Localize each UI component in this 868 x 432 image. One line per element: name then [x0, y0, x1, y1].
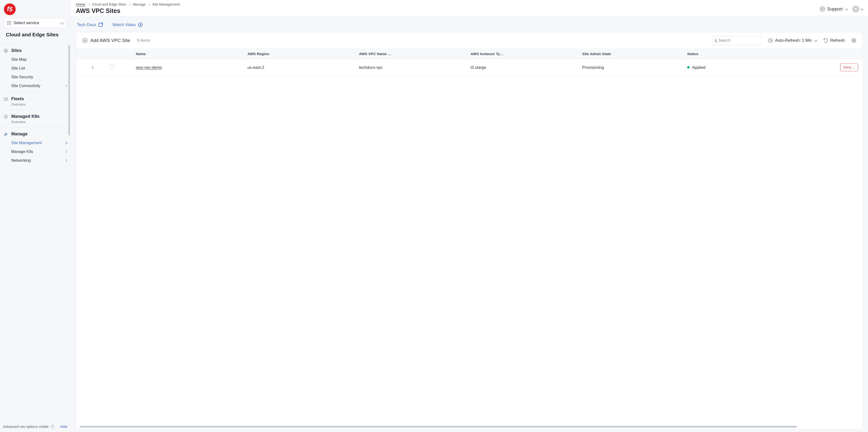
search-icon [715, 39, 716, 42]
cell-instance: t3.xlarge [469, 59, 580, 76]
nav-item-label: Site List [11, 66, 25, 70]
support-label: Support [827, 7, 843, 12]
panel-toolbar: Add AWS VPC Site 5 items Auto-Refresh: 1… [76, 32, 862, 48]
col-admin-state[interactable]: Site Admin State [580, 49, 685, 59]
scrollbar-thumb[interactable] [68, 45, 70, 135]
cell-admin-state: Provisioning [580, 59, 685, 76]
nav-item-networking[interactable]: Networking [0, 156, 70, 165]
chevron-down-icon [60, 21, 64, 25]
col-instance-type[interactable]: AWS Instance Ty… [469, 49, 580, 59]
page-title: AWS VPC Sites [76, 6, 820, 14]
nav-subtitle: Overview [0, 120, 70, 125]
breadcrumb-wrap: Home Cloud and Edge Sites Manage Site Ma… [76, 2, 820, 14]
hide-link[interactable]: Hide [60, 425, 67, 429]
col-vpc-name[interactable]: AWS VPC Name … [357, 49, 469, 59]
user-menu[interactable] [852, 6, 863, 12]
auto-refresh-label: Auto-Refresh: 1 Min [775, 38, 812, 43]
svg-rect-2 [6, 98, 8, 99]
search-input[interactable] [718, 38, 767, 43]
col-name[interactable]: Name [134, 49, 246, 59]
f5-logo-icon: f5 [4, 3, 16, 15]
play-icon [138, 23, 143, 27]
breadcrumb-item[interactable]: Cloud and Edge Sites [92, 2, 126, 6]
item-count: 5 items [137, 38, 150, 43]
main: Home Cloud and Edge Sites Manage Site Ma… [70, 0, 868, 432]
refresh-button[interactable]: Refresh [823, 38, 845, 43]
svg-rect-4 [6, 99, 8, 100]
col-status[interactable]: Status [685, 49, 790, 59]
nav-group-manage: Manage Site Management Manage K8s Networ… [0, 128, 70, 167]
service-selector[interactable]: Select service [4, 18, 66, 28]
nav-item-site-list[interactable]: Site List [0, 64, 70, 73]
refresh-icon [823, 38, 828, 43]
search-box[interactable] [713, 36, 761, 45]
breadcrumb-item[interactable]: Site Management [152, 2, 180, 6]
status-cell: Applied [687, 65, 788, 70]
table-header-row: Name AWS Region AWS VPC Name … AWS Insta… [76, 49, 862, 59]
sidebar-section-title: Cloud and Edge Sites [4, 28, 66, 41]
info-icon[interactable]: ? [51, 425, 54, 429]
cell-region: us-east-2 [246, 59, 357, 76]
chevron-right-icon [128, 3, 131, 6]
support-icon [820, 7, 825, 11]
sites-table: Name AWS Region AWS VPC Name … AWS Insta… [76, 48, 862, 76]
cell-vpc: techdocs-vpc [357, 59, 469, 76]
nav-group-sites: Sites Site Map Site List Site Security S… [0, 44, 70, 93]
nav-heading-label: Manage [11, 131, 28, 137]
chevron-down-icon [814, 38, 817, 42]
svg-marker-5 [4, 114, 7, 118]
nav-item-site-security[interactable]: Site Security [0, 73, 70, 81]
nav-item-site-connectivity[interactable]: Site Connectivity [0, 81, 70, 90]
breadcrumb: Home Cloud and Edge Sites Manage Site Ma… [76, 2, 820, 6]
kubernetes-icon [3, 114, 8, 119]
breadcrumb-item[interactable]: Manage [133, 2, 146, 6]
avatar-icon [852, 6, 859, 12]
row-checkbox[interactable] [110, 65, 114, 69]
col-region[interactable]: AWS Region [246, 49, 357, 59]
nav-heading-label: Sites [11, 48, 22, 53]
nav-heading-label: Managed K8s [11, 114, 39, 119]
nav-item-label: Site Management [11, 141, 42, 145]
sidebar: f5 Select service Cloud and Edge Sites S… [0, 0, 70, 432]
auto-refresh-dropdown[interactable]: Auto-Refresh: 1 Min [768, 38, 816, 43]
support-menu[interactable]: Support [820, 7, 847, 12]
nav-item-manage-k8s[interactable]: Manage K8s [0, 147, 70, 156]
scrollbar-thumb[interactable] [80, 426, 797, 428]
logo[interactable]: f5 [4, 3, 66, 15]
nav-heading-label: Fleets [11, 96, 24, 101]
nav-heading-sites[interactable]: Sites [0, 45, 70, 54]
sidebar-nav[interactable]: Sites Site Map Site List Site Security S… [0, 44, 70, 421]
destroy-button[interactable]: Dest… [840, 63, 858, 71]
nav-heading-k8s[interactable]: Managed K8s [0, 111, 70, 120]
breadcrumb-home[interactable]: Home [76, 2, 86, 6]
add-button-label: Add AWS VPC Site [90, 38, 130, 43]
chevron-right-icon [64, 159, 67, 162]
globe-icon [3, 48, 8, 53]
nav-heading-manage[interactable]: Manage [0, 129, 70, 138]
nav-item-site-management[interactable]: Site Management [0, 138, 70, 147]
plus-circle-icon [83, 38, 87, 43]
refresh-label: Refresh [830, 38, 845, 43]
expand-row-button[interactable] [90, 66, 93, 69]
watch-video-link[interactable]: Watch Video [112, 23, 142, 27]
chevron-down-icon [845, 7, 848, 10]
nav-item-site-map[interactable]: Site Map [0, 55, 70, 64]
quick-links: Tech Docs Watch Video [76, 21, 863, 32]
tech-docs-link[interactable]: Tech Docs [77, 23, 102, 27]
nav-item-label: Site Map [11, 57, 27, 62]
table-settings-button[interactable] [851, 38, 856, 43]
nav-group-fleets: Fleets Overview [0, 93, 70, 110]
footer-text: Advanced nav options visible [3, 425, 49, 429]
wrench-icon [3, 132, 8, 137]
app-root: f5 Select service Cloud and Edge Sites S… [0, 0, 868, 432]
nav-subtitle: Overview [0, 102, 70, 108]
table-row[interactable]: aws-vpc-demo us-east-2 techdocs-vpc t3.x… [76, 59, 862, 76]
nav-group-k8s: Managed K8s Overview [0, 110, 70, 128]
sidebar-footer: Advanced nav options visible ? Hide [0, 421, 70, 432]
external-link-icon [99, 23, 102, 27]
add-aws-vpc-site-button[interactable]: Add AWS VPC Site [83, 38, 130, 43]
site-name-link[interactable]: aws-vpc-demo [136, 65, 162, 69]
horizontal-scrollbar[interactable] [80, 425, 859, 428]
nav-heading-fleets[interactable]: Fleets [0, 94, 70, 102]
nav-item-label: Manage K8s [11, 149, 33, 154]
